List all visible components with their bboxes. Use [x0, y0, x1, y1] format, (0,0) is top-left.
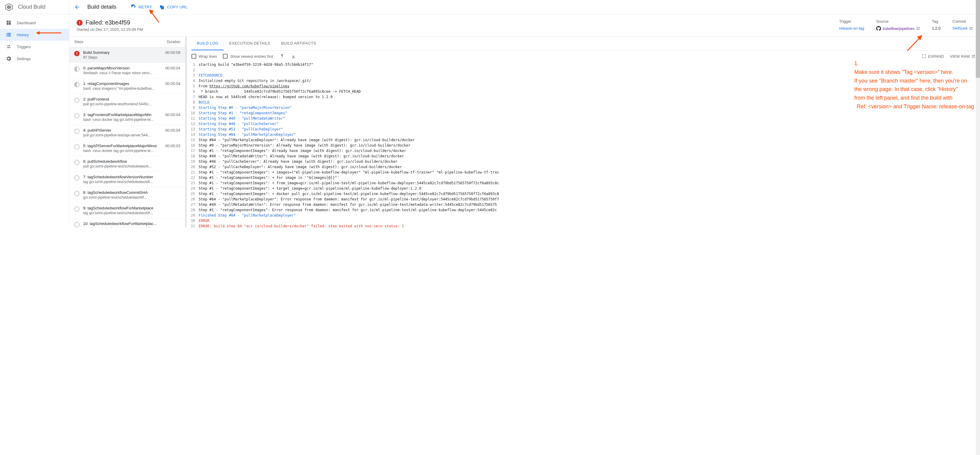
filter-icon[interactable] [279, 54, 285, 59]
log-line: 26Step #84 - "pullMarketplaceDeployer": … [187, 197, 980, 202]
line-number: 29 [187, 213, 199, 218]
summary: ! Failed: e3be4f59 Started on Dec 17, 20… [69, 14, 980, 37]
step-row[interactable]: 10: tagScheduledworkflowForMarketplac...… [69, 218, 185, 228]
step-name: 6: pullScheduledworkflow [83, 159, 177, 164]
line-text: Step #84 - "pullMarketplaceDeployer": Al… [199, 137, 980, 143]
log-line: 5From https://github.com/kubeflow/pipeli… [187, 83, 980, 89]
source-link[interactable]: kubeflow/pipelines [883, 26, 915, 31]
pending-icon [74, 144, 80, 150]
line-number: 5 [187, 83, 199, 89]
line-number: 6 [187, 89, 199, 94]
expand-button[interactable]: EXPAND [922, 54, 944, 59]
started-text: Started on Dec 17, 2020, 11:25:08 PM [76, 27, 839, 32]
tab-build-artifacts[interactable]: BUILD ARTIFACTS [276, 37, 321, 50]
log-line: 11Starting Step #40 - "pullMetadataWrite… [187, 116, 980, 121]
line-number: 10 [187, 110, 199, 116]
copy-url-button[interactable]: COPY URL [159, 5, 188, 10]
log-toolbar: Wrap lines Show newest entries first EXP… [187, 51, 980, 62]
line-text: Step #1 - "retagComponentImages": + targ… [199, 186, 980, 191]
step-name: 10: tagScheduledworkflowForMarketplac... [83, 221, 177, 226]
external-icon [916, 27, 920, 30]
status-title: Failed: e3be4f59 [86, 19, 130, 26]
step-duration: 00:00:04 [165, 66, 180, 70]
nav-settings[interactable]: Settings [0, 52, 69, 65]
step-row[interactable]: 4: pullAPIServerpull gcr.io/ml-pipeline-… [69, 125, 185, 141]
wrap-label: Wrap lines [199, 54, 217, 59]
svg-rect-3 [9, 21, 11, 22]
line-text: Step #1 - "retagComponentImages": Alread… [199, 148, 980, 153]
step-name: 0: parseMajorMinorVersion [83, 66, 162, 70]
line-text: starting build "e3be4f59-3219-4d28-98a5-… [199, 62, 980, 67]
step-row[interactable]: 0: parseMajorMinorVersion/bin/bash -ceux… [69, 63, 185, 78]
step-row[interactable]: 3: tagFrontendForMarketplaceMajorMinbash… [69, 110, 185, 125]
commit-link[interactable]: 5445ce8 [953, 26, 967, 30]
checkbox-icon [191, 54, 196, 59]
line-number: 12 [187, 121, 199, 127]
view-raw-button[interactable]: VIEW RAW [950, 54, 975, 59]
wrap-lines-checkbox[interactable]: Wrap lines [191, 54, 217, 59]
step-row[interactable]: 6: pullScheduledworkflowpull gcr.io/ml-p… [69, 156, 185, 172]
log-line: 15Step #84 - "pullMarketplaceDeployer": … [187, 137, 980, 143]
nav-triggers[interactable]: Triggers [0, 41, 69, 52]
line-number: 26 [187, 197, 199, 202]
line-text: BUILD [199, 100, 980, 105]
back-button[interactable] [74, 4, 80, 10]
tab-build-log[interactable]: BUILD LOG [191, 37, 224, 50]
step-name: 1: retagComponentImages [83, 81, 162, 86]
working-icon [74, 82, 80, 88]
steps-col-label: Steps [74, 40, 83, 44]
cloud-build-logo [5, 3, 13, 11]
log-line: 3FETCHSOURCE [187, 73, 980, 78]
line-number: 30 [187, 218, 199, 223]
line-text: Step #1 - "retagComponentImages": + dock… [199, 191, 980, 197]
meta: Trigger release-on-tag Source kubeflow/p… [839, 19, 973, 32]
checkbox-icon [223, 54, 228, 59]
scrollbar-thumb[interactable] [976, 0, 980, 78]
tag-label: Tag [932, 19, 940, 24]
line-text: Step #0 - "parseMajorMinorVersion": Alre… [199, 143, 980, 148]
line-number: 25 [187, 191, 199, 197]
pending-icon [74, 175, 80, 181]
working-icon [74, 67, 80, 72]
svg-rect-6 [6, 33, 7, 34]
svg-marker-16 [149, 10, 154, 14]
step-row[interactable]: 1: retagComponentImagesbash -ceux images… [69, 78, 185, 94]
build-summary-row[interactable]: ! Build Summary 97 Steps 00:00:09 [69, 47, 185, 63]
nav-label: Settings [17, 57, 31, 61]
trigger-link[interactable]: release-on-tag [839, 26, 864, 30]
annotation-arrow [36, 30, 63, 36]
step-sub: pull gcr.io/ml-pipeline-test/scheduledwo… [83, 164, 177, 169]
step-sub: pull gcr.io/ml-pipeline-test/frontend:54… [83, 102, 177, 106]
nav-dashboard[interactable]: Dashboard [0, 17, 69, 29]
nav-label: History [17, 33, 29, 37]
page-title: Build details [88, 4, 116, 10]
newest-first-checkbox[interactable]: Show newest entries first [223, 54, 274, 59]
step-row[interactable]: 7: tagScheduledworkflowVersionNumbertag … [69, 172, 185, 187]
step-row[interactable]: 9: tagScheduledworkflowForMarketplacetag… [69, 203, 185, 218]
log-body[interactable]: 1starting build "e3be4f59-3219-4d28-98a5… [187, 62, 980, 228]
step-row[interactable]: 8: tagScheduledworkflowCommitSHAgcr.io/m… [69, 187, 185, 203]
svg-rect-11 [8, 36, 11, 37]
line-number: 15 [187, 137, 199, 143]
line-text: Step #46 - "pullCacheServer": Already ha… [199, 159, 980, 164]
line-text: Starting Step #1 - "retagComponentImages… [199, 110, 980, 116]
step-sub: bash -ceux images=( "ml-pipeline-kubeflo… [83, 86, 162, 91]
log-line: 19Step #46 - "pullCacheServer": Already … [187, 159, 980, 164]
line-text: Starting Step #40 - "pullMetadataWriter" [199, 116, 980, 121]
download-icon[interactable] [291, 54, 296, 59]
line-number: 22 [187, 175, 199, 180]
log-line: 20Step #52 - "pullCacheDeployer": Alread… [187, 164, 980, 170]
commit-label: Commit [953, 19, 973, 24]
svg-rect-8 [6, 34, 7, 35]
line-number: 27 [187, 202, 199, 207]
line-text: Starting Step #84 - "pullMarketplaceDepl… [199, 132, 980, 137]
source-label: Source [876, 19, 920, 24]
log-line: 21Step #1 - "retagComponentImages": + im… [187, 170, 980, 175]
line-text [199, 67, 980, 73]
product-name: Cloud Build [18, 4, 46, 10]
tab-execution-details[interactable]: EXECUTION DETAILS [224, 37, 276, 50]
duration-col-label: Duration [167, 40, 180, 44]
step-row[interactable]: 5: tagAPIServerForMarketplaceMajorMinorb… [69, 141, 185, 156]
line-number: 2 [187, 67, 199, 73]
step-row[interactable]: 2: pullFrontendpull gcr.io/ml-pipeline-t… [69, 94, 185, 110]
